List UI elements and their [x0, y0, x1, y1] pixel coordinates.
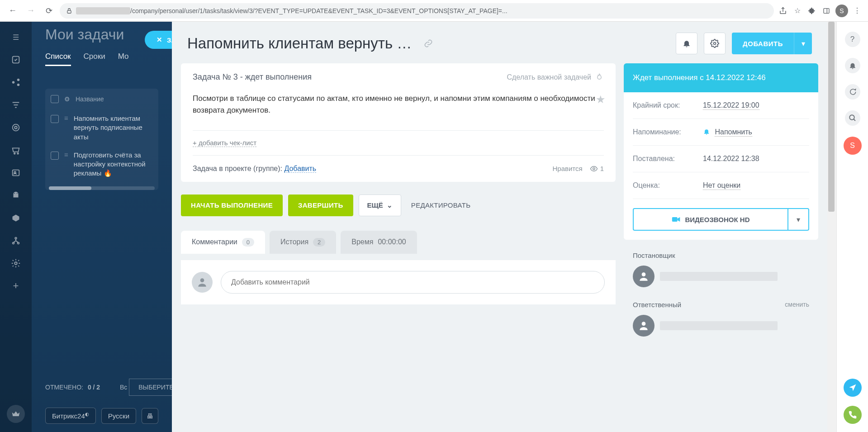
like-button[interactable]: Нравится: [552, 165, 582, 172]
svg-point-17: [18, 242, 19, 244]
reminder-link[interactable]: Напомнить: [715, 128, 752, 137]
status-banner: Ждет выполнения с 14.12.2022 12:46: [624, 63, 818, 92]
favorite-star-icon[interactable]: ★: [596, 91, 606, 108]
creator-person[interactable]: [633, 266, 809, 287]
responsible-section-label: Ответственный: [633, 301, 681, 309]
tasks-table: ⚙ Название ≡ Напомнить клиентам вернуть …: [45, 89, 158, 190]
video-icon: [672, 216, 681, 223]
person-avatar-icon: [633, 315, 655, 337]
table-row[interactable]: ≡ Подготовить счёта за настройку контекс…: [45, 146, 158, 183]
link-icon[interactable]: [424, 39, 433, 48]
reload-button[interactable]: ⟳: [42, 4, 56, 18]
side-panel-icon[interactable]: [821, 5, 832, 16]
video-call-dropdown[interactable]: ▾: [787, 209, 808, 230]
gear-icon[interactable]: ⚙: [64, 95, 70, 103]
rail-profile-avatar[interactable]: S: [844, 137, 862, 155]
svg-point-24: [642, 322, 646, 326]
address-bar[interactable]: ————————/company/personal/user/1/tasks/t…: [60, 3, 774, 19]
menu-icon[interactable]: ☰: [9, 31, 22, 43]
extensions-icon[interactable]: [806, 5, 817, 16]
video-call-button[interactable]: ВИДЕОЗВОНОК HD ▾: [633, 208, 809, 231]
row-checkbox[interactable]: [51, 115, 59, 123]
add-button-dropdown[interactable]: ▾: [794, 33, 812, 54]
task-description: Посмотри в таблице со статусами по актам…: [193, 93, 604, 117]
edit-button[interactable]: РЕДАКТИРОВАТЬ: [407, 201, 475, 209]
profile-avatar[interactable]: S: [835, 5, 848, 17]
rating-value[interactable]: Нет оценки: [703, 181, 740, 190]
svg-rect-0: [67, 10, 71, 13]
tab-deadlines[interactable]: Сроки: [84, 52, 105, 66]
svg-point-15: [15, 237, 17, 239]
svg-rect-1: [824, 8, 829, 13]
forward-button[interactable]: →: [24, 4, 38, 18]
sitemap-nav-icon[interactable]: [9, 234, 22, 247]
left-sidebar: ☰ +: [0, 22, 32, 432]
drag-handle-icon[interactable]: ≡: [64, 151, 68, 158]
settings-button[interactable]: [704, 33, 726, 54]
svg-point-4: [12, 81, 15, 84]
android-nav-icon[interactable]: [9, 189, 22, 202]
fab-call-icon[interactable]: [844, 406, 862, 424]
svg-point-13: [14, 193, 15, 194]
change-responsible-link[interactable]: сменить: [785, 301, 809, 309]
modal-scrollbar[interactable]: [827, 22, 836, 432]
col-name-header[interactable]: Название: [76, 95, 104, 103]
add-to-project-link[interactable]: Добавить: [284, 165, 316, 173]
fab-send-icon[interactable]: [844, 379, 862, 397]
task-detail-panel: Напомнить клиентам вернуть подписанные а…: [172, 22, 827, 432]
print-button[interactable]: 🖶: [142, 408, 158, 424]
add-checklist-link[interactable]: + добавить чек-лист: [181, 131, 616, 155]
share-icon[interactable]: [778, 5, 788, 16]
finish-button[interactable]: ЗАВЕРШИТЬ: [288, 195, 353, 216]
svg-point-8: [14, 126, 17, 129]
person-avatar-icon: [633, 266, 655, 287]
fire-icon: [595, 73, 604, 82]
comment-input[interactable]: [221, 271, 605, 294]
language-selector[interactable]: Русски: [101, 408, 136, 424]
start-button[interactable]: НАЧАТЬ ВЫПОЛНЕНИЕ: [181, 195, 283, 216]
svg-point-21: [200, 278, 204, 282]
back-button[interactable]: ←: [5, 4, 20, 18]
chat-icon[interactable]: [845, 84, 860, 100]
brand-badge[interactable]: Битрикс24◐: [45, 408, 96, 424]
tasks-nav-icon[interactable]: [9, 53, 22, 66]
task-number-status: Задача № 3 - ждет выполнения: [193, 72, 312, 82]
detail-tabs: Комментарии 0 История 2 Время 00:00:00: [181, 231, 616, 254]
responsible-person[interactable]: [633, 315, 809, 337]
svg-point-23: [642, 272, 646, 276]
help-icon[interactable]: ?: [845, 32, 860, 47]
reminder-label: Напоминание:: [633, 128, 703, 136]
created-value: 14.12.2022 12:38: [703, 155, 809, 163]
gear-nav-icon[interactable]: [9, 257, 22, 270]
row-checkbox[interactable]: [51, 152, 59, 160]
box-nav-icon[interactable]: [9, 212, 22, 224]
filter-nav-icon[interactable]: [9, 99, 22, 111]
all-label: Вс: [120, 384, 127, 391]
svg-point-5: [17, 79, 20, 81]
table-row[interactable]: ≡ Напомнить клиентам вернуть подписанные…: [45, 109, 158, 146]
lock-icon: [66, 8, 72, 14]
groups-nav-icon[interactable]: [9, 76, 22, 89]
deadline-value[interactable]: 15.12.2022 19:00: [703, 101, 759, 110]
crown-nav-icon[interactable]: [7, 405, 25, 423]
tab-history[interactable]: История 2: [270, 231, 336, 254]
tab-list[interactable]: Список: [45, 52, 71, 66]
plus-nav-icon[interactable]: +: [9, 280, 22, 292]
tab-more[interactable]: Мо: [118, 52, 129, 66]
star-icon[interactable]: ☆: [792, 5, 803, 16]
tab-comments[interactable]: Комментарии 0: [181, 231, 265, 254]
notifications-icon[interactable]: [845, 58, 860, 73]
svg-point-25: [849, 115, 854, 120]
notifications-button[interactable]: [676, 33, 697, 54]
search-icon[interactable]: [845, 110, 860, 126]
more-button[interactable]: ЕЩЁ ⌄: [359, 195, 401, 216]
make-important-link[interactable]: Сделать важной задачей: [507, 73, 604, 82]
task-actions: НАЧАТЬ ВЫПОЛНЕНИЕ ЗАВЕРШИТЬ ЕЩЁ ⌄ РЕДАКТ…: [181, 188, 616, 224]
cart-nav-icon[interactable]: [9, 144, 22, 157]
contacts-nav-icon[interactable]: [9, 166, 22, 179]
menu-icon[interactable]: ⋮: [852, 5, 863, 16]
add-button[interactable]: ДОБАВИТЬ: [732, 33, 794, 54]
target-nav-icon[interactable]: [9, 121, 22, 134]
drag-handle-icon[interactable]: ≡: [64, 114, 68, 122]
tab-time[interactable]: Время 00:00:00: [341, 231, 417, 254]
